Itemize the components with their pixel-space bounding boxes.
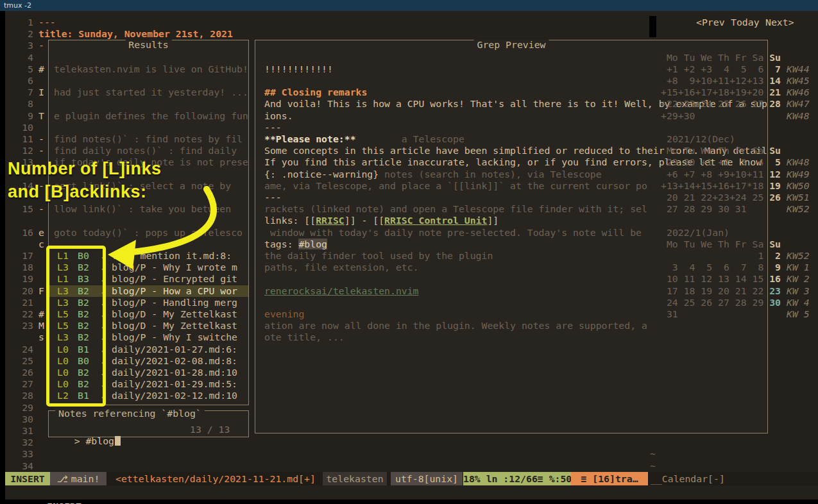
editor-margin-fragment: - [38, 203, 44, 215]
preview-text: a Telescope [356, 133, 464, 144]
result-entry-text: blog/P - Encrypted git [112, 273, 237, 285]
line-number: 25 [17, 355, 33, 367]
calendar-sunday-date[interactable]: 7 [763, 63, 781, 75]
line-number: 20 [17, 285, 33, 297]
preview-text: tags: [264, 239, 298, 249]
calendar-week-days[interactable]: 24 25 26 27 28 29 [661, 297, 763, 308]
calendar-week-days[interactable]: 17 18 19 20 21 22 [661, 285, 763, 297]
preview-line: {: .notice--warning} notes (search in no… [264, 169, 602, 180]
editor-line: title: Sunday, November 21st, 2021 [38, 28, 233, 40]
line-number: 19 [17, 273, 33, 285]
preview-line: evening [264, 308, 304, 320]
preview-line: tags: #blog [264, 239, 327, 250]
preview-text: ame, via Telescope, and place a `[[link]… [264, 180, 647, 191]
preview-text: !!!!!!!!!!!! [264, 63, 333, 74]
warning-segment: ≡ [16]tra… [571, 472, 648, 485]
calendar-week-days[interactable]: 31 [661, 308, 678, 320]
calendar-week-days[interactable]: +22+23+24 25 26 27 [661, 98, 763, 110]
result-entry-text: daily/2021-02-12.md:10 [112, 390, 237, 401]
calendar-sunday-date[interactable]: 5 [763, 156, 781, 168]
calendar-sunday-date[interactable]: 26 [763, 192, 781, 203]
preview-text: paths, file extension, etc. [264, 262, 419, 273]
terminal-title: tmux -2 [4, 1, 31, 10]
calendar-week-number: KW 3 [787, 285, 810, 297]
calendar-week-days[interactable]: +8 9+10+11+12+13 [661, 75, 763, 87]
command-line: -- INSERT -- [5, 485, 818, 500]
line-number: 24 [17, 344, 33, 355]
calendar-sunday-date[interactable]: 9 [763, 262, 781, 273]
prompt-text: > #blog [74, 435, 114, 446]
calendar-week-days[interactable]: 10 11 12 13 14 15 [661, 273, 763, 285]
results-dim-background-line: e plugin defines the following fun [54, 110, 248, 122]
preview-text: links: [[ [264, 215, 316, 226]
calendar-week-days[interactable]: 1 [661, 250, 763, 262]
calendar-sunday-date[interactable]: 16 [763, 273, 781, 285]
calendar-separator-block [649, 16, 656, 37]
editor-margin-fragment: # [38, 308, 44, 320]
editor-margin-fragment: I [38, 87, 44, 98]
calendar-week-number: KW 1 [787, 262, 810, 273]
calendar-month-label: 2021/12(Dec) [667, 133, 735, 145]
calendar-week-days[interactable]: 29 30 +1 +2 3 4 [661, 156, 763, 168]
terminal-titlebar: tmux -2 [0, 0, 818, 11]
calendar-sunday-date[interactable]: 14 [763, 75, 781, 87]
calendar-week-days[interactable]: 3 4 5 6 7 8 [661, 262, 763, 273]
preview-line: --- [264, 192, 282, 203]
url-link: renerocksai/telekasten.nvim [264, 285, 419, 296]
calendar-week-days[interactable]: 27 28 29 30 31 [661, 203, 747, 215]
calendar-week-days[interactable]: +6 +7 +8 +9+10+11 [661, 169, 763, 180]
preview-text: window with today's daily note pre-selec… [264, 227, 642, 238]
calendar-weekday-su: Su [763, 52, 781, 63]
preview-text: rackets (linked note) and open a Telesco… [264, 203, 647, 214]
preview-text: ]] - [[ [345, 215, 384, 226]
calendar-sunday-date[interactable]: 2 [763, 250, 781, 262]
preview-line: links: [[RRISC]] - [[RRISC Control Unit]… [264, 215, 498, 226]
calendar-prev-button[interactable]: <Prev [696, 17, 725, 28]
line-number: 26 [17, 367, 33, 378]
calendar-sunday-date[interactable]: 23 [763, 285, 781, 297]
line-number: 6 [17, 75, 33, 87]
line-number: 10 [17, 122, 33, 133]
calendar-week-number: KW45 [787, 75, 810, 87]
line-number: 7 [17, 87, 33, 98]
calendar-week-days[interactable]: +15+16+17+18+19+20 [661, 87, 763, 98]
empty-line-tilde: ~ [650, 460, 656, 472]
calendar-sunday-date[interactable]: 12 [763, 169, 781, 180]
preview-line: window with today's daily note pre-selec… [264, 227, 642, 239]
prompt-input[interactable]: > #blog [51, 424, 121, 435]
calendar-sunday-date[interactable]: 28 [763, 98, 781, 110]
calendar-week-days[interactable]: +13+14+15+16+17*18 [661, 180, 763, 192]
note-link: RRISC Control Unit [384, 215, 487, 226]
preview-text: notes (search in notes), via Telescope [379, 169, 601, 180]
calendar-week-number: KW46 [787, 87, 810, 98]
calendar-weekday-header: Mo Tu We Th Fr Sa [661, 52, 763, 63]
results-dim-background-line: find notes()` : find notes by fil [54, 133, 243, 145]
result-entry-text: blog/P - Why I switche [112, 332, 237, 343]
preview-line: paths, file extension, etc. [264, 262, 419, 273]
file-path: <ettelkasten/daily/2021-11-21.md[+] [112, 472, 316, 485]
editor-line: - [38, 40, 44, 51]
calendar-week-days[interactable]: +29+30 [661, 110, 695, 122]
preview-text: ation are now all done in the plugin. We… [264, 320, 647, 331]
calendar-week-days[interactable]: +1 +2 +3 4 5 6 [661, 63, 763, 75]
calendar-sunday-date[interactable]: 30 [763, 297, 781, 308]
calendar-weekday-header: Mo Tu We Th Fr Sa [661, 145, 763, 156]
line-number: 8 [17, 98, 33, 110]
line-number: 29 [17, 402, 33, 414]
calendar-sunday-date[interactable]: 19 [763, 180, 781, 192]
line-number: 15 [17, 203, 33, 215]
calendar-next-button[interactable]: Next> [765, 17, 794, 28]
calendar-week-days[interactable]: 20 21 22+23+24 25 [661, 192, 763, 203]
calendar-today-button[interactable]: Today [731, 17, 760, 28]
line-number: 34 [17, 460, 33, 472]
calendar-week-number: KW47 [787, 98, 810, 110]
calendar-week-number: KW 4 [787, 297, 810, 308]
line-number: 9 [17, 110, 33, 122]
calendar-window-status: __Calendar[-] [651, 472, 725, 485]
line-number: 5 [17, 63, 33, 75]
calendar-sunday-date[interactable]: 21 [763, 87, 781, 98]
statusline: INSERT ⎇main! <ettelkasten/daily/2021-11… [5, 472, 818, 485]
line-number: 32 [17, 437, 33, 448]
terminal: 1234567891011121314151617181920212223242… [0, 0, 818, 504]
line-number: 33 [17, 448, 33, 460]
